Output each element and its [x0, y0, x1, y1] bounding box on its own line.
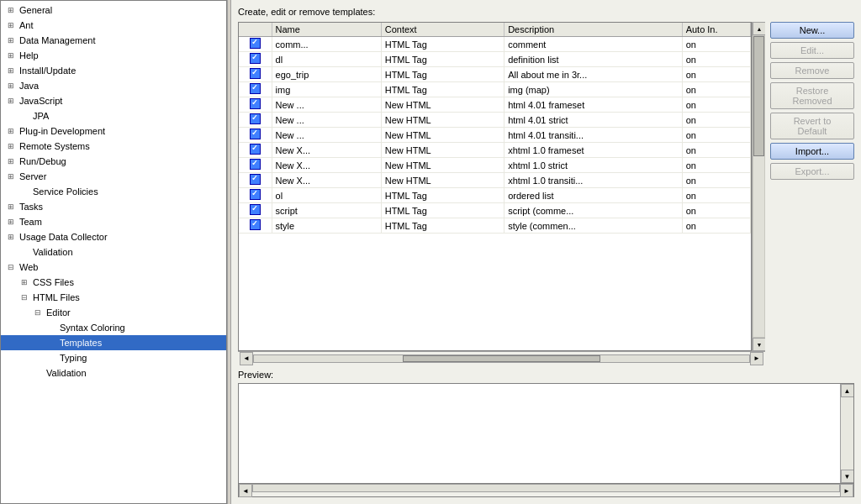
expand-icon-css-files[interactable]: ⊞ — [18, 276, 31, 289]
preview-horizontal-scrollbar[interactable]: ◄ ► — [238, 484, 854, 497]
sidebar-item-data-management[interactable]: ⊞Data Management — [1, 33, 226, 48]
sidebar-item-validation2[interactable]: Validation — [1, 365, 226, 381]
checkbox-icon-5[interactable] — [250, 113, 261, 124]
sidebar-item-javascript[interactable]: ⊞JavaScript — [1, 93, 226, 108]
revert-to-default-button[interactable]: Revert to Default — [770, 113, 854, 139]
row-checkbox-10[interactable] — [239, 188, 272, 203]
row-checkbox-11[interactable] — [239, 203, 272, 218]
row-checkbox-1[interactable] — [239, 52, 272, 67]
sidebar-item-java[interactable]: ⊞Java — [1, 78, 226, 93]
checkbox-icon-11[interactable] — [250, 204, 261, 215]
checkbox-icon-7[interactable] — [250, 144, 261, 155]
preview-scroll-track[interactable] — [841, 397, 853, 470]
expand-icon-run-debug[interactable]: ⊞ — [4, 155, 18, 168]
checkbox-icon-12[interactable] — [250, 219, 261, 230]
row-checkbox-12[interactable] — [239, 218, 272, 234]
preview-scroll-right[interactable]: ► — [840, 484, 853, 497]
row-checkbox-8[interactable] — [239, 158, 272, 173]
expand-icon-syntax-coloring[interactable] — [45, 321, 58, 334]
table-scroll-wrapper[interactable]: Name Context Description Auto In. comm..… — [239, 23, 751, 350]
expand-icon-remote-systems[interactable]: ⊞ — [4, 139, 18, 153]
expand-icon-validation[interactable] — [18, 245, 31, 259]
expand-icon-tasks[interactable]: ⊞ — [4, 200, 18, 213]
sidebar-item-ant[interactable]: ⊞Ant — [1, 18, 226, 33]
row-checkbox-9[interactable] — [239, 173, 272, 188]
table-row[interactable]: styleHTML Tagstyle (commen...on — [239, 218, 751, 234]
table-row[interactable]: New X...New HTMLxhtml 1.0 stricton — [239, 158, 751, 173]
sidebar-item-install-update[interactable]: ⊞Install/Update — [1, 63, 226, 78]
expand-icon-service-policies[interactable] — [18, 185, 31, 198]
row-checkbox-5[interactable] — [239, 113, 272, 128]
sidebar-item-help[interactable]: ⊞Help — [1, 48, 226, 63]
scroll-thumb[interactable] — [753, 36, 764, 156]
table-row[interactable]: imgHTML Tagimg (map)on — [239, 82, 751, 97]
scroll-down-button[interactable]: ▼ — [753, 338, 765, 351]
sidebar-item-plugin-development[interactable]: ⊞Plug-in Development — [1, 123, 226, 139]
table-row[interactable]: New ...New HTMLhtml 4.01 frameseton — [239, 97, 751, 113]
expand-icon-usage-data-collector[interactable]: ⊞ — [4, 230, 18, 244]
expand-icon-web[interactable]: ⊟ — [4, 260, 18, 274]
sidebar-item-remote-systems[interactable]: ⊞Remote Systems — [1, 139, 226, 154]
preview-vertical-scrollbar[interactable]: ▲ ▼ — [840, 384, 853, 483]
horiz-scroll-track[interactable] — [253, 354, 750, 363]
sidebar-item-usage-data-collector[interactable]: ⊞Usage Data Collector — [1, 229, 226, 244]
expand-icon-team[interactable]: ⊞ — [4, 215, 18, 228]
checkbox-icon-9[interactable] — [250, 174, 261, 185]
sidebar-item-html-files[interactable]: ⊟HTML Files — [1, 290, 226, 305]
checkbox-icon-8[interactable] — [250, 159, 261, 170]
templates-list[interactable]: Name Context Description Auto In. comm..… — [238, 22, 752, 351]
checkbox-icon-10[interactable] — [250, 189, 261, 200]
scroll-up-button[interactable]: ▲ — [753, 22, 765, 35]
sidebar-item-templates[interactable]: Templates — [1, 335, 226, 350]
table-row[interactable]: ego_tripHTML TagAll about me in 3r...on — [239, 67, 751, 82]
row-checkbox-4[interactable] — [239, 97, 272, 113]
expand-icon-general[interactable]: ⊞ — [4, 3, 18, 17]
expand-icon-help[interactable]: ⊞ — [4, 49, 18, 62]
scroll-left-button[interactable]: ◄ — [240, 352, 253, 365]
expand-icon-jpa[interactable] — [18, 109, 31, 123]
checkbox-icon-2[interactable] — [250, 68, 261, 79]
sidebar-item-editor[interactable]: ⊟Editor — [1, 305, 226, 320]
row-checkbox-3[interactable] — [239, 82, 272, 97]
table-row[interactable]: comm...HTML Tagcommenton — [239, 37, 751, 52]
edit-button[interactable]: Edit... — [770, 42, 854, 59]
table-row[interactable]: olHTML Tagordered liston — [239, 188, 751, 203]
scroll-right-button[interactable]: ► — [750, 352, 763, 365]
import-button[interactable]: Import... — [770, 143, 854, 160]
export-button[interactable]: Export... — [770, 163, 854, 180]
checkbox-icon-0[interactable] — [250, 38, 261, 49]
table-horizontal-scrollbar[interactable]: ◄ ► — [238, 351, 765, 365]
horiz-scroll-thumb[interactable] — [403, 355, 601, 362]
sidebar-item-run-debug[interactable]: ⊞Run/Debug — [1, 154, 226, 169]
table-vertical-scrollbar[interactable]: ▲ ▼ — [752, 22, 765, 351]
remove-button[interactable]: Remove — [770, 62, 854, 79]
preview-scroll-left[interactable]: ◄ — [239, 484, 252, 497]
sidebar-item-server[interactable]: ⊞Server — [1, 169, 226, 184]
sidebar-item-service-policies[interactable]: Service Policies — [1, 184, 226, 199]
scroll-track[interactable] — [753, 35, 765, 338]
table-row[interactable]: scriptHTML Tagscript (comme...on — [239, 203, 751, 218]
table-row[interactable]: New X...New HTMLxhtml 1.0 frameseton — [239, 143, 751, 158]
checkbox-icon-4[interactable] — [250, 98, 261, 109]
expand-icon-server[interactable]: ⊞ — [4, 170, 18, 183]
sidebar-item-validation[interactable]: Validation — [1, 244, 226, 260]
preview-horiz-track[interactable] — [252, 484, 840, 492]
expand-icon-data-management[interactable]: ⊞ — [4, 34, 18, 47]
expand-icon-validation2[interactable] — [31, 366, 45, 380]
expand-icon-plugin-development[interactable]: ⊞ — [4, 124, 18, 138]
settings-tree[interactable]: ⊞General⊞Ant⊞Data Management⊞Help⊞Instal… — [0, 0, 227, 504]
sidebar-item-general[interactable]: ⊞General — [1, 3, 226, 18]
sidebar-item-typing[interactable]: Typing — [1, 350, 226, 365]
preview-scroll-down[interactable]: ▼ — [841, 470, 854, 483]
checkbox-icon-1[interactable] — [250, 53, 261, 64]
expand-icon-html-files[interactable]: ⊟ — [18, 291, 31, 304]
expand-icon-typing[interactable] — [45, 351, 58, 365]
sidebar-item-tasks[interactable]: ⊞Tasks — [1, 199, 226, 214]
preview-scroll-up[interactable]: ▲ — [841, 384, 854, 397]
row-checkbox-6[interactable] — [239, 128, 272, 143]
sidebar-item-jpa[interactable]: JPA — [1, 108, 226, 123]
sidebar-item-web[interactable]: ⊟Web — [1, 260, 226, 275]
table-row[interactable]: dlHTML Tagdefinition liston — [239, 52, 751, 67]
expand-icon-javascript[interactable]: ⊞ — [4, 94, 18, 108]
checkbox-icon-3[interactable] — [250, 83, 261, 94]
